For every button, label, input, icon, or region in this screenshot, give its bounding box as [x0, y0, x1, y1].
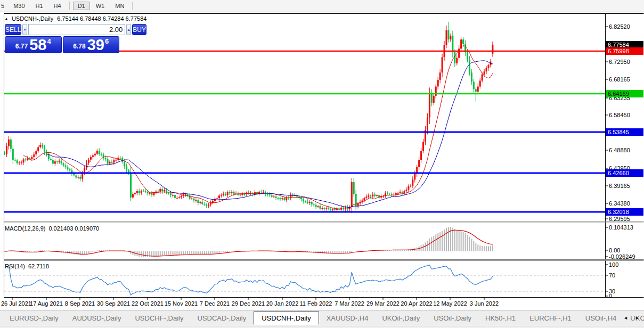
timeframe-d1[interactable]: D1 — [73, 2, 90, 10]
price-badge: 6.42660 — [608, 170, 629, 176]
y-axis-label: -0.026249 — [609, 253, 635, 260]
y-axis-label: 6.82520 — [609, 23, 630, 30]
volume-decrease-button[interactable]: ▼ — [22, 24, 27, 35]
timeframe-toolbar: 5M30H1H4D1W1MN — [0, 0, 644, 12]
x-axis-label: 12 May 2022 — [433, 300, 467, 307]
scroll-tabs-right-icon[interactable]: ► — [635, 315, 640, 321]
volume-increase-button[interactable]: ▲ — [126, 24, 131, 35]
price-level-lines[interactable] — [4, 51, 605, 212]
ma-fast-line — [23, 46, 493, 209]
y-axis-label: 0 — [609, 293, 612, 299]
chart-tab-bar: ◄ ► EURUSD-,DailyAUDUSD-,DailyUSDCHF-,Da… — [0, 310, 644, 326]
price-badge: 6.64169 — [608, 91, 629, 97]
x-axis-label: 8 Sep 2021 — [65, 300, 95, 307]
y-axis-label: 6.72950 — [609, 59, 630, 65]
buy-price-button[interactable]: 6.78 39 6 — [63, 36, 120, 53]
timeframe-h1[interactable]: H1 — [31, 2, 48, 10]
toolbar-separator — [69, 2, 70, 10]
y-axis-label: 6.34380 — [609, 200, 630, 207]
x-axis-label: 7 Dec 2021 — [200, 300, 230, 307]
macd-values: 0.021403 0.019070 — [48, 225, 99, 232]
chart-title: ▲ USDCNH-,Daily 6.75144 6.78448 6.74284 … — [4, 15, 146, 22]
chart-tab-usdchf-daily[interactable]: USDCHF-,Daily — [128, 312, 190, 324]
sell-button[interactable]: SELL — [5, 24, 21, 35]
x-axis-label: 17 Aug 2021 — [30, 300, 63, 307]
x-axis-label: 3 Jun 2022 — [470, 300, 499, 307]
y-axis-label: 100 — [609, 261, 618, 268]
price-badge: 6.53845 — [608, 129, 629, 135]
collapse-panel-icon[interactable]: ▲ — [4, 17, 9, 21]
x-axis-label: 7 Mar 2022 — [335, 300, 364, 307]
price-badge: 6.77584 — [608, 42, 629, 48]
macd-name: MACD(12,26,9) — [5, 225, 45, 232]
chart-tab-audusd-daily[interactable]: AUDUSD-,Daily — [66, 312, 128, 324]
y-axis-label: 6.48880 — [609, 147, 630, 153]
y-axis-label: 6.68165 — [609, 76, 630, 83]
scroll-tabs-left-icon[interactable]: ◄ — [623, 315, 628, 321]
chart-tab-usoil-h4[interactable]: USOil-,H4 — [579, 312, 623, 324]
y-axis: 6.825206.729506.681656.632356.584506.488… — [606, 23, 644, 299]
rsi-name: RSI(14) — [5, 263, 25, 269]
volume-input[interactable] — [28, 24, 125, 35]
chart-frame — [4, 14, 644, 298]
x-axis-label: 20 Jan 2022 — [266, 300, 299, 307]
timeframe-mn[interactable]: MN — [110, 2, 129, 10]
trading-terminal: 6.825206.729506.681656.632356.584506.488… — [0, 0, 644, 328]
toolbar-separator — [132, 2, 133, 10]
rsi-line — [9, 265, 493, 295]
chart-tab-eurusd-daily[interactable]: EURUSD-,Daily — [3, 312, 65, 324]
sell-price-pips: 58 — [29, 38, 46, 52]
x-axis-label: 20 Apr 2022 — [401, 300, 432, 307]
timeframe-h4[interactable]: H4 — [49, 2, 66, 10]
sell-price-button[interactable]: 6.77 58 4 — [5, 36, 62, 53]
y-axis-label: 70 — [609, 272, 615, 278]
timeframe-5[interactable]: 5 — [1, 2, 7, 10]
buy-price-point: 6 — [105, 37, 109, 45]
one-click-trading-panel: SELL ▼ ▲ BUY 6.77 58 4 6.78 39 6 — [5, 24, 119, 53]
x-axis-label: 30 Sep 2021 — [97, 300, 130, 307]
y-axis-label: 6.29595 — [609, 216, 630, 222]
sell-price-point: 4 — [47, 37, 51, 45]
x-axis-label: 29 Dec 2021 — [232, 300, 265, 307]
x-axis-label: 15 Nov 2021 — [165, 300, 198, 307]
buy-price-base: 6.78 — [73, 43, 85, 50]
x-axis-label: 29 Mar 2022 — [366, 300, 400, 307]
status-strip — [0, 326, 644, 328]
chart-tab-usdcnh-daily[interactable]: USDCNH-,Daily — [254, 311, 319, 325]
timeframe-m30[interactable]: M30 — [9, 2, 29, 10]
x-axis-label: 26 Jul 2021 — [1, 300, 31, 307]
y-axis-label: 0.00 — [609, 247, 620, 253]
ohlc-values: 6.75144 6.78448 6.74284 6.77584 — [57, 15, 146, 22]
rsi-label: RSI(14)62.7118 — [5, 263, 52, 269]
price-badge: 6.75998 — [608, 48, 629, 54]
rsi-value: 62.7118 — [28, 263, 49, 269]
chart-tab-hk50-h1[interactable]: HK50-,H1 — [479, 312, 522, 324]
symbol-label: USDCNH-,Daily — [12, 15, 53, 22]
buy-price-pips: 39 — [87, 38, 104, 52]
chart-tab-xauusd-h4[interactable]: XAUUSD-,H4 — [320, 312, 375, 324]
x-axis-label: 22 Oct 2021 — [132, 300, 164, 307]
y-axis-label: 6.58450 — [609, 112, 630, 118]
chart-tab-eurchf-h1[interactable]: EURCHF-,H1 — [523, 312, 578, 324]
x-axis-label: 11 Feb 2022 — [300, 300, 332, 307]
sell-price-base: 6.77 — [15, 43, 28, 50]
chart-tab-usoil-daily[interactable]: USOil-,Daily — [427, 312, 478, 324]
buy-button[interactable]: BUY — [132, 24, 146, 35]
macd-label: MACD(12,26,9)0.021403 0.019070 — [5, 225, 102, 232]
timeframe-w1[interactable]: W1 — [91, 2, 110, 10]
price-badge: 6.32018 — [608, 209, 629, 215]
chart-tab-ukoil-daily[interactable]: UKOil-,Daily — [376, 312, 426, 324]
y-axis-label: 0.104313 — [609, 224, 633, 231]
chart-tab-usdcad-daily[interactable]: USDCAD-,Daily — [191, 312, 252, 324]
y-axis-label: 6.39165 — [609, 183, 630, 189]
x-axis: 26 Jul 202117 Aug 20218 Sep 202130 Sep 2… — [1, 298, 499, 307]
